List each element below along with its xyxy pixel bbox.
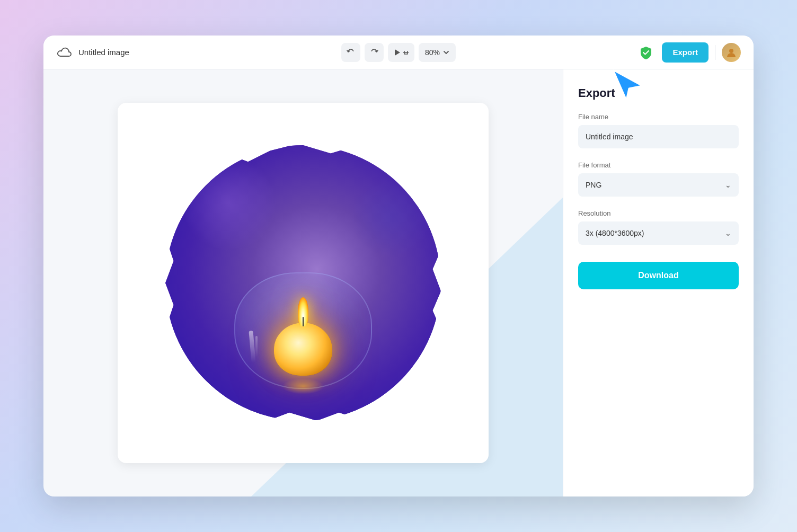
file-format-select-wrapper: PNG JPG SVG PDF ⌄ xyxy=(578,173,739,197)
document-title: Untitled image xyxy=(78,48,129,57)
download-button[interactable]: Download xyxy=(578,262,739,289)
file-name-group: File name xyxy=(578,113,739,148)
preview-button[interactable] xyxy=(388,43,414,62)
canvas-image xyxy=(165,145,441,421)
header: Untitled image 80% xyxy=(43,36,754,69)
file-name-input[interactable] xyxy=(578,125,739,148)
resolution-group: Resolution 1x (1600*1200px) 2x (3200*240… xyxy=(578,209,739,245)
header-right: Export xyxy=(636,42,741,63)
zoom-control[interactable]: 80% xyxy=(419,43,456,62)
zoom-value: 80% xyxy=(425,48,440,57)
canvas-area[interactable] xyxy=(43,69,563,496)
resolution-label: Resolution xyxy=(578,209,739,217)
undo-button[interactable] xyxy=(341,43,360,62)
export-button[interactable]: Export xyxy=(662,42,709,63)
export-panel: Export File name File format PNG JPG SVG… xyxy=(563,69,754,496)
resolution-select-wrapper: 1x (1600*1200px) 2x (3200*2400px) 3x (48… xyxy=(578,221,739,245)
file-name-label: File name xyxy=(578,113,739,121)
header-divider xyxy=(715,45,715,60)
main-content: Export File name File format PNG JPG SVG… xyxy=(43,69,754,496)
resolution-select[interactable]: 1x (1600*1200px) 2x (3200*2400px) 3x (48… xyxy=(578,221,739,245)
cloud-icon xyxy=(56,44,73,61)
file-format-group: File format PNG JPG SVG PDF ⌄ xyxy=(578,161,739,197)
avatar[interactable] xyxy=(722,43,741,62)
file-format-select[interactable]: PNG JPG SVG PDF xyxy=(578,173,739,197)
app-window: Untitled image 80% xyxy=(43,36,754,496)
export-panel-title: Export xyxy=(578,86,739,100)
shield-icon[interactable] xyxy=(636,43,656,62)
svg-marker-0 xyxy=(395,49,400,56)
redo-button[interactable] xyxy=(365,43,384,62)
file-format-label: File format xyxy=(578,161,739,169)
toolbar: 80% xyxy=(341,43,456,62)
svg-point-2 xyxy=(729,49,733,53)
canvas-card xyxy=(118,103,489,463)
